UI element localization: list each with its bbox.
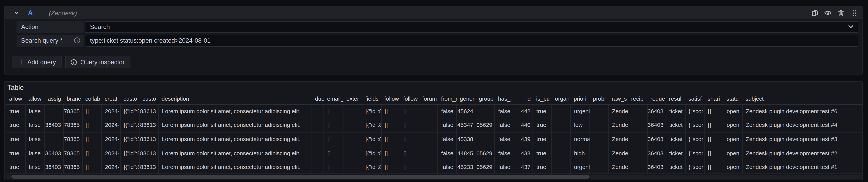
info-circle-icon (71, 59, 77, 65)
table-cell: Zende (609, 146, 628, 160)
table-cell: Lorem ipsum dolor sit amet, consectetur … (158, 160, 312, 174)
search-query-row: Search query * type:ticket status:open c… (17, 35, 858, 46)
table-cell: 45338 (457, 132, 476, 146)
hide-response-icon[interactable] (824, 9, 832, 16)
table-cell: [] (704, 118, 723, 132)
action-select[interactable]: Search (85, 21, 858, 33)
table-cell: [] (82, 104, 101, 118)
search-query-value: type:ticket status:open created>2024-08-… (90, 37, 211, 44)
column-header-allow[interactable]: allow (25, 94, 44, 104)
table-cell: 78365 (64, 118, 82, 132)
column-header-assig[interactable]: assig (44, 94, 64, 104)
column-header-shari[interactable]: shari (704, 94, 723, 104)
collapse-query-icon[interactable] (12, 9, 20, 16)
column-header-statu[interactable]: statu (723, 94, 742, 104)
table-cell (628, 160, 647, 174)
search-query-input[interactable]: type:ticket status:open created>2024-08-… (85, 35, 858, 46)
query-inspector-button[interactable]: Query inspector (65, 56, 130, 68)
table-row: truefalse78365[]2024-0[{"id":883613Lorem… (6, 104, 863, 118)
column-header-recip[interactable]: recip (628, 94, 647, 104)
column-header-id[interactable]: id (514, 94, 533, 104)
table-cell (552, 160, 571, 174)
column-header-resul[interactable]: resul (666, 94, 685, 104)
column-header-allow[interactable]: allow (6, 94, 25, 104)
column-header-probl[interactable]: probl (590, 94, 609, 104)
table-cell: 78365 (64, 132, 82, 146)
column-header-collab[interactable]: collab (82, 94, 101, 104)
table-cell: 2024-0 (101, 146, 120, 160)
column-header-follow[interactable]: follow (381, 94, 400, 104)
drag-handle-icon[interactable] (850, 9, 858, 16)
column-header-group[interactable]: group (476, 94, 495, 104)
table-cell: [] (82, 132, 101, 146)
column-header-follow[interactable]: follow (400, 94, 419, 104)
column-header-branc[interactable]: branc (64, 94, 82, 104)
horizontal-scrollbar-track[interactable] (6, 175, 862, 179)
horizontal-scrollbar-thumb[interactable] (11, 175, 589, 179)
table-cell: Zendesk plugin development test #3 (742, 132, 862, 146)
column-header-gener[interactable]: gener (457, 94, 476, 104)
table-cell: 36403 (44, 118, 64, 132)
table-cell: {"scor (685, 118, 704, 132)
table-cell: 45233 (457, 160, 476, 174)
column-header-has_i[interactable]: has_i (495, 94, 514, 104)
column-header-exter[interactable]: exter (343, 94, 362, 104)
column-header-custo[interactable]: custo (140, 94, 158, 104)
table-cell (343, 160, 362, 174)
table-cell: 36403 (647, 104, 666, 118)
column-header-fields[interactable]: fields (362, 94, 381, 104)
table-cell: high (571, 146, 590, 160)
table-cell (476, 132, 495, 146)
column-header-custo[interactable]: custo (120, 94, 140, 104)
table-cell: 2024-0 (101, 104, 120, 118)
column-header-raw_s[interactable]: raw_s (609, 94, 628, 104)
table-cell (343, 132, 362, 146)
table-cell: true (533, 118, 552, 132)
delete-query-icon[interactable] (837, 9, 845, 16)
table-cell: false (495, 146, 514, 160)
table-cell: 05629 (476, 118, 495, 132)
table-cell (628, 118, 647, 132)
column-header-satisf[interactable]: satisf (685, 94, 704, 104)
table-cell: [{"id":8 (362, 160, 381, 174)
table-cell: 36403 (647, 146, 666, 160)
table-cell (590, 160, 609, 174)
table-cell: false (495, 104, 514, 118)
table-cell: [{"id":8 (120, 132, 140, 146)
column-header-from_m[interactable]: from_m (438, 94, 457, 104)
table-cell (312, 160, 324, 174)
table-cell: false (25, 160, 44, 174)
table-cell: [] (381, 118, 400, 132)
table-cell: Zende (609, 132, 628, 146)
table-cell (628, 104, 647, 118)
table-cell: [] (381, 104, 400, 118)
table-cell: [{"id":8 (120, 146, 140, 160)
column-header-description[interactable]: description (158, 94, 312, 104)
table-cell: open (723, 118, 742, 132)
column-header-email_c[interactable]: email_c (324, 94, 343, 104)
add-query-button[interactable]: Add query (12, 56, 62, 68)
column-header-creat[interactable]: creat (101, 94, 120, 104)
table-cell (44, 104, 64, 118)
column-header-is_pu[interactable]: is_pu (533, 94, 552, 104)
table-cell: [] (400, 146, 419, 160)
column-header-forum[interactable]: forum (419, 94, 438, 104)
table-cell: urgent (571, 160, 590, 174)
table-cell: 2024-0 (101, 118, 120, 132)
column-header-priori[interactable]: priori (571, 94, 590, 104)
column-header-due_a[interactable]: due_a (312, 94, 324, 104)
table-cell: [{"id":8 (362, 132, 381, 146)
column-header-organ[interactable]: organ (552, 94, 571, 104)
column-header-subject[interactable]: subject (742, 94, 862, 104)
table-cell: 440 (514, 118, 533, 132)
duplicate-query-icon[interactable] (811, 9, 818, 16)
table-cell: 36403 (647, 118, 666, 132)
query-editor-panel: A (Zendesk) (4, 6, 863, 74)
table-cell: 78365 (64, 146, 82, 160)
table-cell: ticket (666, 146, 685, 160)
table-row: truefalse3640378365[]2024-0[{"id":883613… (6, 118, 863, 132)
query-header[interactable]: A (Zendesk) (5, 7, 862, 19)
table-cell: [{"id":8 (362, 104, 381, 118)
column-header-reque[interactable]: reque (647, 94, 666, 104)
search-query-label: Search query * (17, 35, 84, 46)
